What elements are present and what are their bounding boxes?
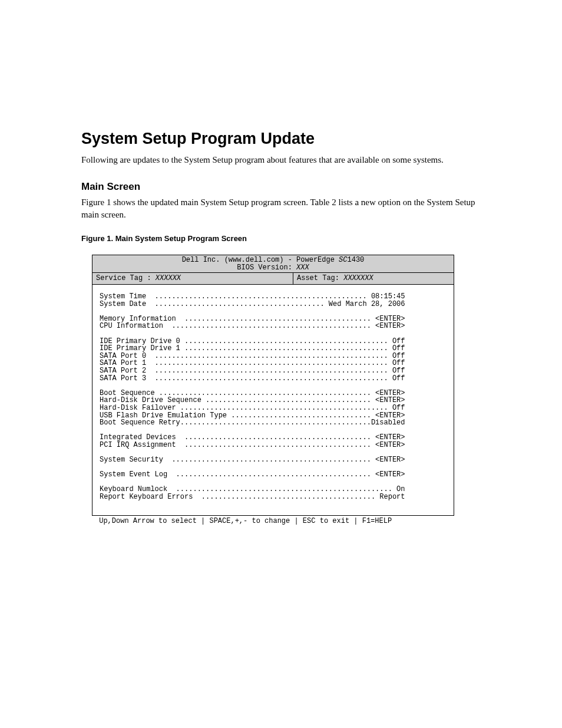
service-tag-label: Service Tag : [96, 274, 156, 282]
footer-seg-exit: ESC to exit [299, 518, 354, 525]
bios-body: System Time ............................… [92, 285, 454, 515]
intro-text: Following are updates to the System Setu… [81, 154, 481, 166]
bios-version-value: XXX [296, 263, 309, 272]
section-description: Figure 1 shows the updated main System S… [81, 196, 481, 221]
bios-version-label: BIOS Version: [237, 263, 296, 272]
footer-seg-select: Up,Down Arrow to select [95, 518, 201, 525]
page-heading: System Setup Program Update [81, 130, 481, 148]
bios-screen: Dell Inc. (www.dell.com) - PowerEdge SC1… [92, 255, 454, 525]
service-tag-value: XXXXXX [156, 274, 181, 282]
bios-header: Dell Inc. (www.dell.com) - PowerEdge SC1… [92, 255, 454, 272]
section-subheading: Main Screen [81, 181, 481, 193]
asset-tag-label: Asset Tag: [297, 274, 343, 282]
bios-tags-row: Service Tag : XXXXXX Asset Tag: XXXXXXX [92, 272, 454, 285]
bios-title-model-italic: SC [339, 256, 347, 264]
asset-tag-value: XXXXXXX [343, 274, 373, 282]
footer-seg-help: F1=HELP [358, 518, 392, 525]
footer-seg-change: SPACE,+,- to change [205, 518, 294, 525]
figure-caption: Figure 1. Main System Setup Program Scre… [81, 234, 481, 243]
bios-footer: Up,Down Arrow to select | SPACE,+,- to c… [92, 515, 454, 525]
bios-title-model-rest: 1430 [348, 256, 365, 264]
